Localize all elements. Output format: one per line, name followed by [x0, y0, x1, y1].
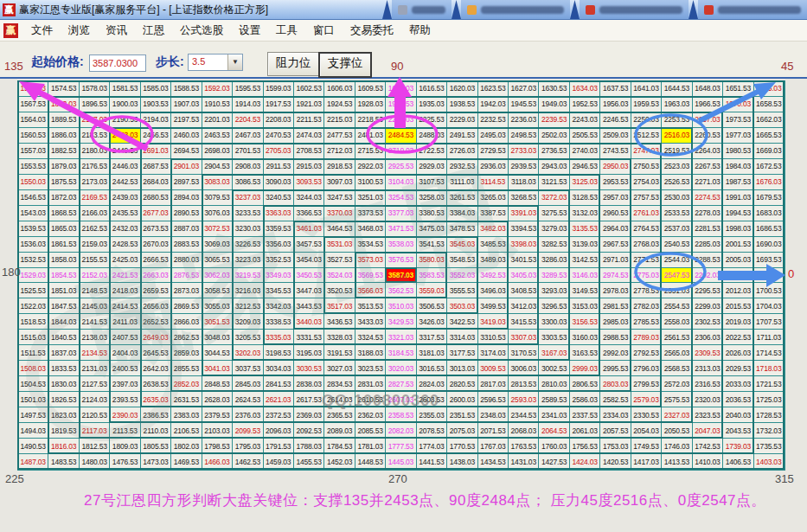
background-window-tab[interactable] [392, 0, 452, 19]
start-price-label: 起始价格: [31, 54, 84, 70]
grid-cell: 3058.53 [202, 283, 232, 298]
grid-cell: 3104.03 [386, 175, 415, 189]
grid-cell: 3139.03 [570, 237, 599, 252]
grid-cell: 2407.53 [110, 330, 139, 344]
grid-cell: 3044.53 [202, 345, 232, 360]
grid-cell: 2810.03 [539, 376, 568, 391]
grid-cell: 2544.03 [662, 253, 691, 267]
grid-cell: 1546.53 [18, 190, 48, 205]
grid-cell: 2365.53 [324, 407, 354, 422]
grid-cell: 3272.03 [539, 190, 568, 205]
menu-item[interactable]: 帮助 [401, 21, 439, 41]
grid-cell: 3426.03 [417, 314, 446, 329]
window-tab-separator [570, 0, 580, 19]
menu-item[interactable]: 工具 [268, 21, 305, 41]
chevron-down-icon[interactable]: ▼ [227, 54, 242, 70]
background-window-tab[interactable] [698, 0, 807, 19]
step-select[interactable]: 3.5 ▼ [188, 54, 243, 71]
support-button[interactable]: 支撑位 [318, 52, 372, 78]
grid-cell: 2845.03 [233, 376, 262, 391]
grid-cell: 1557.03 [18, 144, 48, 158]
grid-cell: 2470.53 [264, 128, 293, 143]
grid-cell: 3174.03 [478, 345, 508, 360]
grid-cell: 2554.53 [662, 298, 691, 313]
app-window: { "window": { "title": "赢家江恩专业版[赢家服务平台] … [0, 0, 807, 532]
grid-cell: 1788.03 [294, 439, 323, 453]
grid-cell: 2687.53 [141, 159, 170, 174]
menu-item[interactable]: 交易委托 [343, 21, 401, 41]
menu-item[interactable]: 浏览 [61, 21, 98, 41]
grid-cell: 2673.53 [141, 221, 170, 236]
grid-cell: 1763.53 [509, 439, 538, 453]
grid-cell: 2691.03 [141, 144, 170, 158]
background-window-tab[interactable] [580, 0, 689, 19]
menu-item[interactable]: 江恩 [135, 21, 172, 41]
grid-cell: 3317.53 [417, 330, 446, 344]
menu-item[interactable]: 文件 [23, 21, 61, 41]
grid-cell: 2103.03 [202, 423, 232, 438]
grid-cell: 3489.03 [478, 253, 508, 267]
menu-item[interactable]: 公式选股 [172, 21, 231, 41]
grid-cell: 3499.53 [478, 298, 508, 313]
grid-cell: 3020.03 [386, 361, 415, 375]
grid-cell: 3114.53 [478, 175, 508, 189]
grid-cell: 2565.03 [662, 345, 691, 360]
menu-item[interactable]: 资讯 [98, 21, 135, 41]
grid-cell: 3072.53 [202, 221, 232, 236]
grid-cell: 2299.03 [693, 298, 722, 313]
grid-cell: 2523.03 [662, 159, 691, 174]
grid-cell: 2145.03 [80, 298, 109, 313]
resistance-button[interactable]: 阻力位 [267, 52, 319, 76]
grid-cell: 2586.03 [570, 392, 599, 407]
grid-cell: 1945.53 [509, 97, 538, 112]
grid-cell: 2946.53 [570, 159, 599, 174]
grid-cell: 1410.03 [693, 454, 722, 469]
grid-cell: 2271.03 [693, 175, 722, 189]
angle-label-45: 45 [781, 60, 793, 73]
grid-cell: 3160.03 [570, 330, 599, 344]
grid-cell: 1942.03 [478, 97, 508, 112]
grid-cell: 3328.03 [324, 330, 354, 344]
grid-cell: 2593.03 [509, 392, 538, 407]
menu-item[interactable]: 设置 [231, 21, 268, 41]
grid-cell: 1970.03 [723, 97, 753, 112]
grid-cell: 1403.03 [754, 454, 784, 469]
grid-cell: 3300.03 [539, 314, 568, 329]
grid-cell: 1658.53 [754, 97, 784, 112]
grid-cell: 1445.03 [386, 454, 415, 469]
grid-cell: 3380.53 [417, 206, 446, 221]
grid-cell: 3454.03 [294, 253, 323, 267]
start-price-input[interactable] [89, 54, 146, 72]
grid-cell: 3247.53 [324, 190, 354, 205]
grid-cell: 2701.53 [233, 144, 262, 158]
grid-cell: 1518.53 [18, 314, 48, 329]
window-tab-separator [689, 0, 698, 19]
background-window-tab[interactable] [461, 0, 570, 19]
grid-cell: 2253.53 [662, 112, 691, 127]
grid-cell: 3093.53 [294, 175, 323, 189]
grid-cell: 1865.03 [48, 221, 78, 236]
grid-cell: 1490.53 [18, 439, 48, 453]
grid-cell: 3471.53 [386, 221, 415, 236]
window-icon [586, 5, 595, 15]
grid-cell: 1924.53 [324, 97, 354, 112]
grid-cell: 1662.03 [754, 112, 784, 127]
grid-cell: 1756.53 [570, 439, 599, 453]
grid-cell: 2950.03 [600, 159, 630, 174]
grid-cell: 1434.53 [478, 454, 508, 469]
grid-cell: 3188.03 [355, 345, 385, 360]
grid-cell: 2624.53 [233, 392, 262, 407]
grid-cell: 2656.03 [141, 298, 170, 313]
grid-cell: 1928.03 [355, 97, 385, 112]
grid-cell: 2043.53 [723, 423, 753, 438]
grid-cell: 2789.03 [631, 330, 661, 344]
menu-item[interactable]: 窗口 [305, 21, 343, 41]
grid-cell: 3076.03 [202, 206, 232, 221]
grid-cell: 1574.53 [48, 81, 78, 96]
grid-cell: 2582.53 [600, 392, 630, 407]
grid-cell: 2715.53 [355, 144, 385, 158]
grid-cell: 2670.03 [141, 237, 170, 252]
grid-cell: 3128.53 [570, 190, 599, 205]
grid-cell: 3405.03 [509, 268, 538, 283]
grid-cell: 2943.03 [539, 159, 568, 174]
